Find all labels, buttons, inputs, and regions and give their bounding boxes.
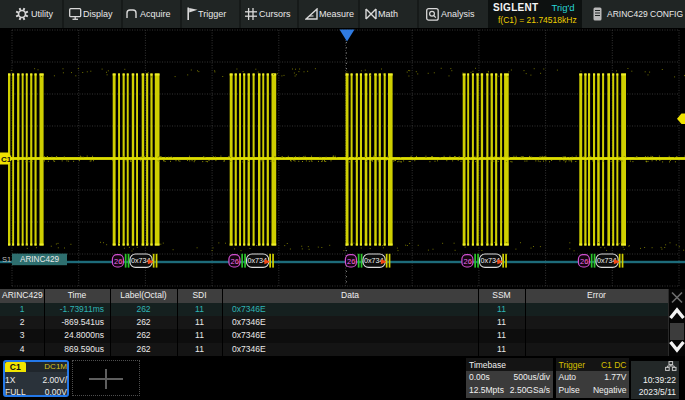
svg-text:ARINC429: ARINC429 <box>20 255 60 264</box>
svg-text:0x734: 0x734 <box>248 256 268 265</box>
svg-text:S1: S1 <box>2 255 11 264</box>
svg-text:C1: C1 <box>1 155 12 164</box>
svg-text:0x734: 0x734 <box>364 256 384 265</box>
svg-text:0x734: 0x734 <box>131 256 151 265</box>
svg-text:0x734: 0x734 <box>597 256 617 265</box>
svg-text:0x734: 0x734 <box>481 256 501 265</box>
